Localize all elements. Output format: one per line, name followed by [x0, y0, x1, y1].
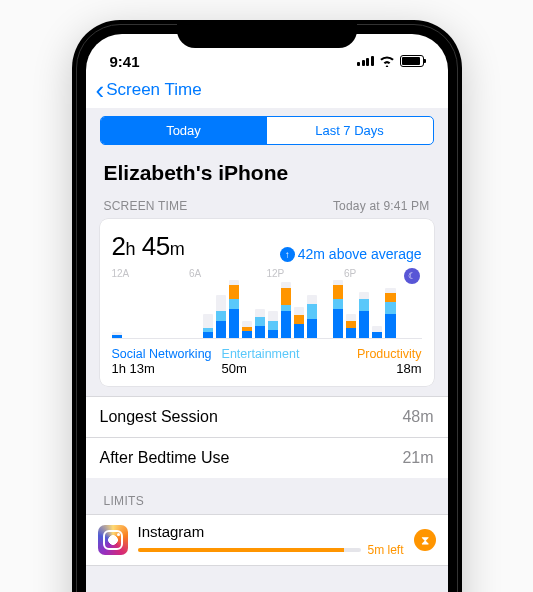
phone-frame: 9:41 ‹ Screen Time Today Last 7 Days Eli… [72, 20, 462, 592]
section-timestamp: Today at 9:41 PM [333, 199, 430, 213]
limits-header: LIMITS [100, 478, 434, 514]
device-title: Elizabeth's iPhone [100, 159, 434, 199]
limit-app-name: Instagram [138, 523, 404, 540]
axis-labels: 12A6A12P6P [112, 268, 422, 279]
stats-group: Longest Session 48m After Bedtime Use 21… [86, 396, 448, 478]
screen: 9:41 ‹ Screen Time Today Last 7 Days Eli… [86, 34, 448, 592]
nav-back-label: Screen Time [106, 80, 201, 100]
nav-back[interactable]: ‹ Screen Time [86, 74, 448, 108]
chevron-left-icon: ‹ [96, 82, 105, 99]
section-label: SCREEN TIME [104, 199, 188, 213]
instagram-icon [98, 525, 128, 555]
wifi-icon [379, 55, 395, 67]
total-time: 2h 45m [112, 231, 185, 262]
stat-after-bedtime[interactable]: After Bedtime Use 21m [86, 437, 448, 478]
cell-signal-icon [357, 56, 374, 66]
category-productivity[interactable]: Productivity 18m [327, 347, 422, 376]
delta-text: 42m above average [298, 246, 422, 262]
stat-longest-session[interactable]: Longest Session 48m [86, 396, 448, 437]
notch [177, 20, 357, 48]
limit-remaining: 5m left [367, 543, 403, 557]
delta-vs-average: ↑ 42m above average [280, 246, 422, 262]
status-indicators [357, 55, 424, 67]
stat-label: Longest Session [100, 408, 218, 426]
bedtime-moon-icon: ☾ [404, 268, 420, 284]
screen-time-card[interactable]: 2h 45m ↑ 42m above average 12A6A12P6P ☾ [100, 219, 434, 386]
category-row: Social Networking 1h 13m Entertainment 5… [112, 347, 422, 376]
status-time: 9:41 [110, 53, 140, 70]
time-range-tabs: Today Last 7 Days [100, 116, 434, 145]
stat-value: 21m [402, 449, 433, 467]
arrow-up-icon: ↑ [280, 247, 295, 262]
section-header: SCREEN TIME Today at 9:41 PM [100, 199, 434, 219]
stat-value: 48m [402, 408, 433, 426]
limit-instagram[interactable]: Instagram 5m left ⧗ [86, 514, 448, 566]
tab-today[interactable]: Today [101, 117, 267, 144]
tab-last-7-days[interactable]: Last 7 Days [267, 117, 433, 144]
category-social[interactable]: Social Networking 1h 13m [112, 347, 212, 376]
hourglass-icon: ⧗ [414, 529, 436, 551]
chart-bars [112, 281, 422, 339]
battery-icon [400, 55, 424, 67]
stat-label: After Bedtime Use [100, 449, 230, 467]
limit-progress-bar [138, 548, 362, 552]
hourly-chart: 12A6A12P6P ☾ [112, 268, 422, 339]
category-entertainment[interactable]: Entertainment 50m [222, 347, 317, 376]
content: Today Last 7 Days Elizabeth's iPhone SCR… [86, 108, 448, 592]
